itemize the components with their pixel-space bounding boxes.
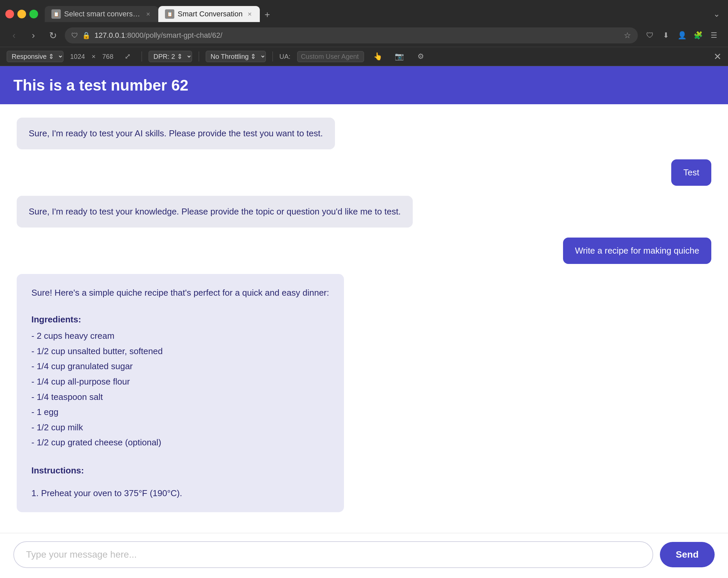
security-icon: 🛡 <box>72 32 78 40</box>
address-host: 127.0.0.1 <box>95 31 125 40</box>
toolbar-icons: 🛡 ⬇ 👤 🧩 ☰ <box>643 28 721 43</box>
chat-header: This is a test number 62 <box>0 66 728 104</box>
bookmark-button[interactable]: ☆ <box>624 31 631 40</box>
user-message-1: Test <box>671 159 711 186</box>
minimize-traffic-light[interactable] <box>17 10 26 18</box>
shield-icon[interactable]: 🛡 <box>643 28 657 43</box>
instructions-title: Instructions: <box>31 464 329 478</box>
download-icon[interactable]: ⬇ <box>658 28 673 43</box>
ingredient-1: - 2 cups heavy cream <box>31 329 329 343</box>
tab-icon-1: 📋 <box>51 9 61 19</box>
separator-2 <box>199 51 199 61</box>
user-message-1-text: Test <box>683 167 699 178</box>
ingredient-5: - 1/4 teaspoon salt <box>31 390 329 404</box>
screenshot-icon[interactable]: 📷 <box>392 49 407 64</box>
ua-label: UA: <box>280 53 290 60</box>
user-message-2: Write a recipe for making quiche <box>563 237 711 264</box>
ai-message-2: Sure, I'm ready to test your knowledge. … <box>17 196 413 228</box>
settings-icon[interactable]: ⚙ <box>413 49 428 64</box>
x-label: × <box>92 53 96 60</box>
dev-toolbar: Responsive ⇕ 1024 × 768 ⤢ DPR: 2 ⇕ No Th… <box>0 47 728 66</box>
forward-button[interactable]: › <box>26 28 41 43</box>
menu-icon[interactable]: ☰ <box>707 28 721 43</box>
tab-bar: 📋 Select smart conversation to chang… ✕ … <box>45 6 707 22</box>
dev-toolbar-close[interactable]: ✕ <box>713 51 721 62</box>
traffic-lights <box>5 10 38 18</box>
back-button[interactable]: ‹ <box>7 28 21 43</box>
input-area: Send <box>0 533 728 578</box>
separator-3 <box>272 51 273 61</box>
reload-button[interactable]: ↻ <box>46 28 60 43</box>
rotate-icon[interactable]: ⤢ <box>120 49 135 64</box>
ai-message-1-text: Sure, I'm ready to test your AI skills. … <box>29 127 323 140</box>
address-path: :8000/polly/smart-gpt-chat/62/ <box>125 31 223 40</box>
tab-close-1[interactable]: ✕ <box>144 10 152 18</box>
chat-app: This is a test number 62 Sure, I'm ready… <box>0 66 728 578</box>
ai-message-2-text: Sure, I'm ready to test your knowledge. … <box>29 205 401 218</box>
tab-title-2: Smart Conversation <box>178 10 242 18</box>
ingredient-8: - 1/2 cup grated cheese (optional) <box>31 436 329 450</box>
address-bar-row: ‹ › ↻ 🛡 🔒 127.0.0.1:8000/polly/smart-gpt… <box>0 24 728 47</box>
ingredients-title: Ingredients: <box>31 313 329 327</box>
close-traffic-light[interactable] <box>5 10 14 18</box>
tab-inactive[interactable]: 📋 Select smart conversation to chang… ✕ <box>45 6 158 22</box>
fullscreen-traffic-light[interactable] <box>29 10 38 18</box>
title-bar: 📋 Select smart conversation to chang… ✕ … <box>0 0 728 24</box>
messages-area[interactable]: Sure, I'm ready to test your AI skills. … <box>0 104 728 533</box>
page-wrapper: This is a test number 62 Sure, I'm ready… <box>0 66 728 578</box>
chat-title: This is a test number 62 <box>14 76 714 94</box>
separator-1 <box>141 51 142 61</box>
responsive-select[interactable]: Responsive ⇕ <box>7 51 63 62</box>
ingredient-6: - 1 egg <box>31 405 329 419</box>
address-bar[interactable]: 🛡 🔒 127.0.0.1:8000/polly/smart-gpt-chat/… <box>65 27 638 44</box>
ai-message-1: Sure, I'm ready to test your AI skills. … <box>17 118 335 149</box>
extensions-icon[interactable]: 🧩 <box>691 28 705 43</box>
ua-input[interactable] <box>297 51 364 62</box>
recipe-message: Sure! Here's a simple quiche recipe that… <box>17 274 344 512</box>
ingredient-7: - 1/2 cup milk <box>31 421 329 435</box>
ingredient-3: - 1/4 cup granulated sugar <box>31 359 329 374</box>
throttle-select[interactable]: No Throttling ⇕ <box>206 51 266 62</box>
address-text: 127.0.0.1:8000/polly/smart-gpt-chat/62/ <box>95 31 620 40</box>
height-label: 768 <box>102 53 113 60</box>
recipe-intro: Sure! Here's a simple quiche recipe that… <box>31 286 329 300</box>
width-label: 1024 <box>70 53 85 60</box>
tab-icon-2: 📋 <box>165 9 174 19</box>
new-tab-button[interactable]: + <box>260 7 275 22</box>
dpr-select[interactable]: DPR: 2 ⇕ <box>149 51 192 62</box>
tab-close-2[interactable]: ✕ <box>246 10 253 18</box>
profile-icon[interactable]: 👤 <box>675 28 689 43</box>
tab-menu-button[interactable]: ⌄ <box>711 7 723 21</box>
browser-chrome: 📋 Select smart conversation to chang… ✕ … <box>0 0 728 66</box>
user-message-2-text: Write a recipe for making quiche <box>575 246 699 256</box>
ingredient-4: - 1/4 cup all-purpose flour <box>31 375 329 389</box>
lock-icon: 🔒 <box>82 31 90 40</box>
message-input[interactable] <box>14 541 653 568</box>
touch-icon[interactable]: 👆 <box>371 49 385 64</box>
send-button[interactable]: Send <box>660 542 714 567</box>
tab-title-1: Select smart conversation to chang… <box>64 10 141 18</box>
instruction-1: 1. Preheat your oven to 375°F (190°C). <box>31 486 329 501</box>
tab-active[interactable]: 📋 Smart Conversation ✕ <box>158 6 260 22</box>
ingredient-2: - 1/2 cup unsalted butter, softened <box>31 345 329 358</box>
